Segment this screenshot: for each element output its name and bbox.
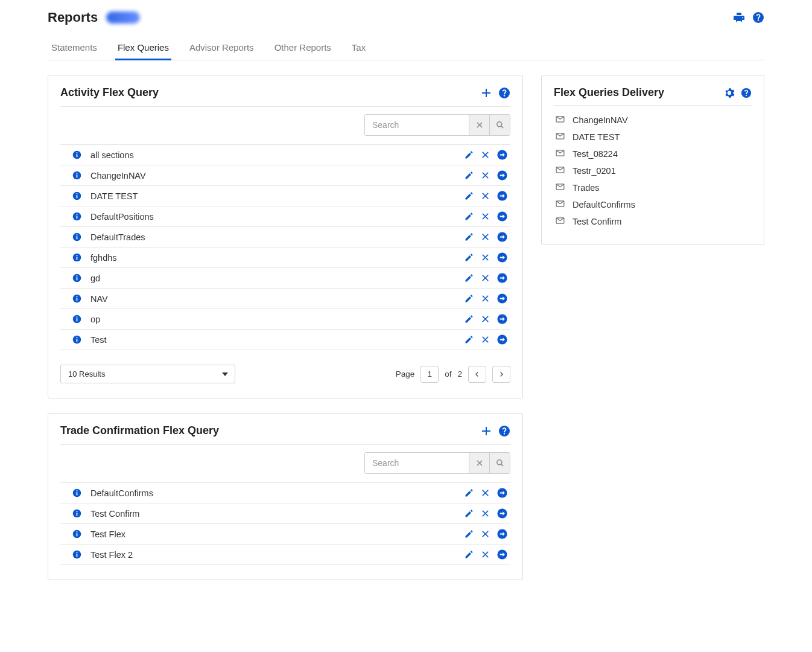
tab-tax[interactable]: Tax xyxy=(349,36,368,60)
results-per-page-select[interactable]: 10 Results xyxy=(60,365,235,383)
clear-search-button[interactable] xyxy=(469,453,489,473)
delete-icon[interactable] xyxy=(480,150,490,160)
delete-icon[interactable] xyxy=(480,293,490,304)
delete-icon[interactable] xyxy=(480,314,490,324)
delivery-item[interactable]: DATE TEST xyxy=(554,129,752,145)
info-icon[interactable] xyxy=(72,273,82,283)
mail-icon xyxy=(555,131,565,143)
query-name: DefaultPositions xyxy=(90,212,464,222)
delivery-item-label: Test Confirm xyxy=(573,217,621,226)
info-icon[interactable] xyxy=(72,191,82,201)
tab-advisor-reports[interactable]: Advisor Reports xyxy=(187,36,256,60)
delivery-item[interactable]: Test Confirm xyxy=(554,213,752,230)
table-row: gd xyxy=(60,268,510,289)
edit-icon[interactable] xyxy=(464,488,474,498)
info-icon[interactable] xyxy=(72,314,82,324)
run-icon[interactable] xyxy=(496,549,508,560)
help-icon[interactable] xyxy=(752,11,764,24)
edit-icon[interactable] xyxy=(464,252,474,263)
info-icon[interactable] xyxy=(72,529,82,539)
info-icon[interactable] xyxy=(72,488,82,498)
info-icon[interactable] xyxy=(72,170,82,181)
search-input[interactable] xyxy=(365,453,469,473)
info-icon[interactable] xyxy=(72,549,82,560)
edit-icon[interactable] xyxy=(464,170,474,181)
help-icon[interactable] xyxy=(741,88,752,98)
delete-icon[interactable] xyxy=(480,232,490,242)
info-icon[interactable] xyxy=(72,150,82,160)
tab-statements[interactable]: Statements xyxy=(49,36,100,60)
clear-search-button[interactable] xyxy=(469,115,489,135)
delivery-item[interactable]: ChangeInNAV xyxy=(554,112,752,129)
info-icon[interactable] xyxy=(72,232,82,242)
tab-other-reports[interactable]: Other Reports xyxy=(272,36,334,60)
delete-icon[interactable] xyxy=(480,191,490,201)
table-row: fghdhs xyxy=(60,248,510,268)
info-icon[interactable] xyxy=(72,508,82,519)
table-row: Test Confirm xyxy=(60,503,510,524)
run-icon[interactable] xyxy=(496,334,508,345)
edit-icon[interactable] xyxy=(464,211,474,222)
edit-icon[interactable] xyxy=(464,508,474,519)
print-icon[interactable] xyxy=(733,11,745,24)
query-name: Test Confirm xyxy=(90,509,464,519)
edit-icon[interactable] xyxy=(464,293,474,304)
search-button[interactable] xyxy=(489,115,510,135)
delete-icon[interactable] xyxy=(480,334,490,345)
pager-prev-button[interactable] xyxy=(468,366,486,383)
edit-icon[interactable] xyxy=(464,191,474,201)
gear-icon[interactable] xyxy=(724,88,735,98)
search-input[interactable] xyxy=(365,115,469,135)
info-icon[interactable] xyxy=(72,211,82,222)
run-icon[interactable] xyxy=(496,313,508,325)
run-icon[interactable] xyxy=(496,170,508,181)
delivery-title: Flex Queries Delivery xyxy=(554,86,664,99)
run-icon[interactable] xyxy=(496,190,508,202)
delete-icon[interactable] xyxy=(480,211,490,222)
delete-icon[interactable] xyxy=(480,252,490,263)
run-icon[interactable] xyxy=(496,149,508,161)
run-icon[interactable] xyxy=(496,252,508,263)
run-icon[interactable] xyxy=(496,293,508,304)
delivery-item[interactable]: Testr_0201 xyxy=(554,162,752,179)
edit-icon[interactable] xyxy=(464,314,474,324)
pager-next-button[interactable] xyxy=(492,366,510,383)
mail-icon xyxy=(555,199,565,211)
edit-icon[interactable] xyxy=(464,549,474,560)
run-icon[interactable] xyxy=(496,528,508,540)
info-icon[interactable] xyxy=(72,293,82,304)
query-name: ChangeInNAV xyxy=(90,171,464,181)
help-icon[interactable] xyxy=(498,425,510,437)
add-icon[interactable] xyxy=(480,87,492,99)
run-icon[interactable] xyxy=(496,508,508,519)
delivery-item[interactable]: DefaultConfirms xyxy=(554,196,752,213)
table-row: DATE TEST xyxy=(60,186,510,206)
run-icon[interactable] xyxy=(496,211,508,222)
delete-icon[interactable] xyxy=(480,549,490,560)
edit-icon[interactable] xyxy=(464,529,474,539)
delete-icon[interactable] xyxy=(480,529,490,539)
delivery-item[interactable]: Trades xyxy=(554,179,752,196)
run-icon[interactable] xyxy=(496,487,508,499)
add-icon[interactable] xyxy=(480,425,492,437)
run-icon[interactable] xyxy=(496,231,508,243)
tab-flex-queries[interactable]: Flex Queries xyxy=(115,36,171,60)
help-icon[interactable] xyxy=(498,87,510,99)
delete-icon[interactable] xyxy=(480,488,490,498)
activity-flex-panel: Activity Flex Query all sectionsChangeIn… xyxy=(48,75,523,398)
delete-icon[interactable] xyxy=(480,170,490,181)
query-name: Test Flex 2 xyxy=(90,550,464,560)
delete-icon[interactable] xyxy=(480,508,490,519)
run-icon[interactable] xyxy=(496,272,508,284)
edit-icon[interactable] xyxy=(464,150,474,160)
search-button[interactable] xyxy=(489,453,510,473)
edit-icon[interactable] xyxy=(464,232,474,242)
info-icon[interactable] xyxy=(72,334,82,345)
pager-current[interactable]: 1 xyxy=(420,366,439,383)
account-badge xyxy=(106,11,140,24)
delete-icon[interactable] xyxy=(480,273,490,283)
info-icon[interactable] xyxy=(72,252,82,263)
edit-icon[interactable] xyxy=(464,273,474,283)
delivery-item[interactable]: Test_08224 xyxy=(554,145,752,162)
edit-icon[interactable] xyxy=(464,334,474,345)
